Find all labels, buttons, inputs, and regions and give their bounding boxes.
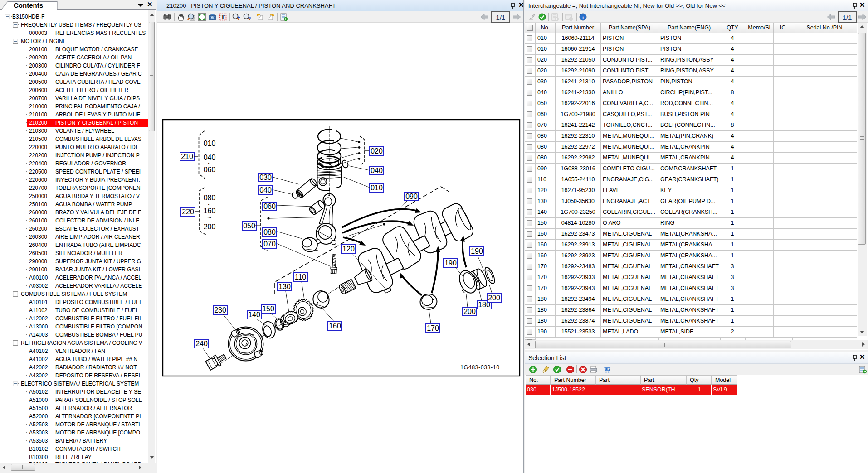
svg-text:200: 200 (463, 308, 476, 315)
svg-text:1G483-033-10: 1G483-033-10 (460, 364, 500, 371)
svg-text:150: 150 (262, 305, 274, 313)
svg-text:190: 190 (471, 247, 483, 255)
svg-text:120: 120 (342, 245, 355, 253)
svg-text:030: 030 (259, 174, 272, 181)
svg-text:170: 170 (427, 324, 439, 332)
svg-text:~: ~ (208, 146, 212, 154)
svg-text:130: 130 (278, 283, 291, 290)
svg-text:080: 080 (263, 228, 276, 236)
svg-text:~: ~ (208, 213, 212, 221)
svg-text:i: i (582, 14, 584, 20)
svg-text:090: 090 (405, 193, 418, 200)
svg-text:T: T (221, 14, 225, 21)
svg-text:190: 190 (444, 259, 457, 267)
svg-text:200: 200 (204, 223, 216, 231)
svg-text:070: 070 (263, 240, 276, 248)
svg-text:210: 210 (181, 153, 193, 160)
svg-text:020: 020 (371, 147, 383, 155)
svg-text:110: 110 (295, 273, 307, 281)
svg-text:050: 050 (243, 222, 255, 230)
svg-text:010: 010 (371, 184, 383, 192)
svg-text:060: 060 (204, 166, 216, 174)
svg-text:230: 230 (214, 306, 226, 314)
svg-text:200: 200 (488, 294, 500, 302)
svg-text:220: 220 (182, 208, 194, 216)
svg-text:060: 060 (263, 203, 276, 210)
svg-text:040: 040 (259, 186, 272, 194)
svg-text:040: 040 (371, 167, 383, 174)
svg-text:140: 140 (248, 311, 260, 319)
svg-text:160: 160 (329, 322, 341, 330)
svg-text:240: 240 (195, 340, 208, 348)
